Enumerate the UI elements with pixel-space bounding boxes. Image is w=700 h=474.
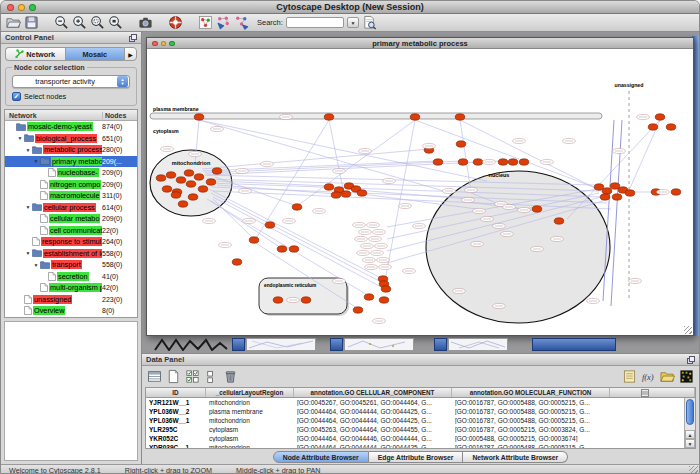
view-close-button[interactable] <box>152 41 158 47</box>
graph-node[interactable] <box>176 177 186 183</box>
expand-arrow-icon[interactable]: ▼ <box>16 135 24 141</box>
new-attribute-icon[interactable] <box>166 369 181 384</box>
graph-node[interactable] <box>265 222 275 228</box>
background-window-titlebar[interactable] <box>532 338 616 351</box>
graph-node[interactable] <box>178 201 188 207</box>
tree-row[interactable]: unassigned223(0) <box>5 294 137 306</box>
tree-row[interactable]: mosaic-demo-yeast874(0) <box>5 121 137 133</box>
graph-node[interactable] <box>473 159 483 165</box>
graph-node[interactable] <box>458 159 468 165</box>
table-row[interactable]: YPL036W__2plasma membrane[GO:0044464, GO… <box>146 407 695 416</box>
graph-node[interactable] <box>166 172 176 178</box>
tree-row[interactable]: macromolecule311(0) <box>5 190 137 202</box>
table-row[interactable]: YDR039C__1mitochondrion[GO:0044464, GO:0… <box>146 443 695 449</box>
graph-node[interactable] <box>666 124 676 130</box>
tab-mosaic[interactable]: Mosaic <box>65 47 125 61</box>
graph-node[interactable] <box>289 246 299 252</box>
background-window-thumbnail[interactable] <box>344 338 414 351</box>
graph-node[interactable] <box>341 191 351 197</box>
graph-node[interactable] <box>353 307 363 313</box>
background-window-thumbnail[interactable] <box>448 338 508 351</box>
tree-row[interactable]: ▼biological_process651(0) <box>5 133 137 145</box>
zoom-out-icon[interactable] <box>54 15 69 30</box>
graph-node[interactable] <box>602 188 612 194</box>
graph-node[interactable] <box>364 294 374 300</box>
graph-node[interactable] <box>410 114 420 120</box>
background-window-titlebar[interactable] <box>330 338 343 351</box>
network-palette-icon[interactable] <box>198 15 213 30</box>
attribute-notes-icon[interactable] <box>622 369 637 384</box>
tree-row[interactable]: ▼establishment of lo558(0) <box>5 248 137 260</box>
import-attributes-icon[interactable] <box>660 369 675 384</box>
graph-node[interactable] <box>188 194 198 200</box>
graph-node[interactable] <box>357 190 367 196</box>
tree-row[interactable]: cell communicat22(0) <box>5 225 137 237</box>
add-network-view-icon[interactable] <box>216 15 231 30</box>
tree-row[interactable]: secretion41(0) <box>5 271 137 283</box>
select-nodes-checkbox[interactable]: ✓ <box>12 92 21 101</box>
window-resize-grip[interactable] <box>684 326 692 334</box>
close-button[interactable] <box>7 4 14 11</box>
open-network-icon[interactable] <box>6 15 21 30</box>
expand-arrow-icon[interactable]: ▼ <box>32 158 40 164</box>
tree-row[interactable]: ▼cellular process614(0) <box>5 202 137 214</box>
zoom-selected-icon[interactable] <box>90 15 105 30</box>
column-header[interactable]: _cellularLayoutRegion <box>206 388 294 397</box>
column-options-icon[interactable] <box>610 388 695 397</box>
column-header[interactable]: ID <box>146 388 206 397</box>
minimize-button[interactable] <box>18 4 25 11</box>
graph-node[interactable] <box>532 206 542 212</box>
tab-node-attribute-browser[interactable]: Node Attribute Browser <box>273 451 369 463</box>
graph-node[interactable] <box>600 194 610 200</box>
expand-arrow-icon[interactable]: ▼ <box>32 262 40 268</box>
help-icon[interactable] <box>168 15 183 30</box>
scroll-down-icon[interactable]: ▼ <box>685 439 695 448</box>
graph-node[interactable] <box>625 190 635 196</box>
graph-node[interactable] <box>171 192 181 198</box>
column-header[interactable]: annotation.GO CELLULAR_COMPONENT <box>294 388 452 397</box>
graph-node[interactable] <box>184 170 194 176</box>
tabs-overflow-arrow[interactable]: ▶ <box>124 47 137 61</box>
tree-row[interactable]: nitrogen compo209(0) <box>5 179 137 191</box>
delete-attribute-icon[interactable] <box>223 369 238 384</box>
select-attributes-icon[interactable] <box>185 369 200 384</box>
graph-node[interactable] <box>433 159 443 165</box>
table-row[interactable]: YLR295Ccytoplasm[GO:0045263, GO:0044464,… <box>146 425 695 434</box>
column-header[interactable]: annotation.GO MOLECULAR_FUNCTION <box>452 388 610 397</box>
graph-node[interactable] <box>212 168 222 174</box>
tree-row[interactable]: ▼metabolic process280(0) <box>5 144 137 156</box>
graph-node[interactable] <box>301 297 311 303</box>
expand-arrow-icon[interactable]: ▼ <box>24 147 32 153</box>
function-builder-icon[interactable]: f(x) <box>641 369 656 384</box>
graph-node[interactable] <box>379 297 389 303</box>
graph-node[interactable] <box>612 194 622 200</box>
app-resize-grip[interactable] <box>689 466 698 474</box>
tree-row[interactable]: multi-organism pro42(0) <box>5 282 137 294</box>
table-row[interactable]: YPL036W__1mitochondrion[GO:0044464, GO:0… <box>146 416 695 425</box>
graph-node[interactable] <box>519 159 529 165</box>
scroll-up-icon[interactable]: ▲ <box>685 430 695 439</box>
graph-node[interactable] <box>508 159 518 165</box>
zoom-button[interactable] <box>29 4 36 11</box>
expand-arrow-icon[interactable]: ▼ <box>24 250 32 256</box>
tree-row[interactable]: ▼primary metabo209(... <box>5 156 137 168</box>
graph-node[interactable] <box>456 141 466 147</box>
expand-arrow-icon[interactable]: ▼ <box>24 204 32 210</box>
tab-network[interactable]: Network <box>5 47 65 61</box>
graph-node[interactable] <box>381 286 391 292</box>
background-window-thumbnail[interactable] <box>246 338 316 351</box>
tree-row[interactable]: nucleobase-209(0) <box>5 167 137 179</box>
graph-node[interactable] <box>655 114 665 120</box>
tab-edge-attribute-browser[interactable]: Edge Attribute Browser <box>369 451 464 463</box>
graph-node[interactable] <box>455 114 465 120</box>
graph-node[interactable] <box>198 186 208 192</box>
graph-node[interactable] <box>206 179 216 185</box>
attribute-matrix-icon[interactable] <box>679 369 694 384</box>
tree-row[interactable]: ▼transport558(0) <box>5 259 137 271</box>
graph-node[interactable] <box>277 246 287 252</box>
background-window-titlebar[interactable] <box>232 338 245 351</box>
graph-node[interactable] <box>671 189 681 195</box>
graph-node[interactable] <box>594 184 604 190</box>
link-network-view-icon[interactable] <box>234 15 249 30</box>
graph-node[interactable] <box>232 259 242 265</box>
